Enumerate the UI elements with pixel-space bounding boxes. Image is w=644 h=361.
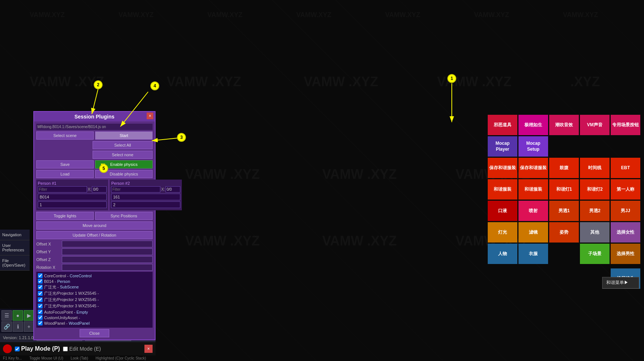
select-all-button[interactable]: Select All	[93, 141, 153, 149]
plugin-checkbox-3[interactable]	[38, 291, 43, 296]
person1-name-input[interactable]	[38, 194, 107, 200]
grid-btn-male-trans1[interactable]: 男透1	[549, 201, 579, 221]
move-around-button[interactable]: Move around	[36, 221, 153, 230]
grid-btn-mocap-setup[interactable]: Mocap Setup	[518, 136, 548, 157]
person1-filter-input[interactable]	[38, 186, 87, 193]
person2-col: Person #2 X:	[110, 180, 181, 210]
person2-filter-input[interactable]	[111, 186, 160, 193]
plugin-checkbox-0[interactable]	[38, 273, 43, 278]
watermark-2: VAMW.XYZ	[119, 11, 154, 19]
grid-btn-select-female[interactable]: 选择女性	[611, 222, 640, 243]
svg-line-3	[152, 138, 181, 141]
plugin-row-1: B014 - Person	[38, 279, 151, 284]
person2-x-input[interactable]	[166, 186, 180, 193]
icon-green[interactable]: ●	[13, 310, 23, 321]
grid-btn-scene-buttons[interactable]: 专用场景按钮	[611, 115, 640, 135]
grid-btn-clothes[interactable]: 衣服	[518, 244, 548, 264]
plugin-checkbox-8[interactable]	[38, 321, 43, 325]
sync-positions-button[interactable]: Sync Positions	[95, 212, 153, 220]
watermark-large-4: VAMW .XYZ	[437, 74, 511, 90]
grid-btn-lighting[interactable]: 灯光	[488, 222, 517, 243]
grid-btn-save-harmony2[interactable]: 保存和谐服装	[518, 158, 548, 178]
edit-mode-checkbox[interactable]	[63, 347, 68, 351]
dialog-close-bottom-button[interactable]: Close	[80, 329, 109, 337]
dialog-body: MRdong.B014.1:/Saves/scene/B014.js on Se…	[34, 121, 155, 340]
play-mode-checkbox[interactable]	[15, 347, 20, 351]
toggle-lights-button[interactable]: Toggle lights	[36, 212, 94, 220]
person1-x-input[interactable]	[92, 186, 107, 193]
person2-filter-row: X:	[111, 186, 180, 193]
grid-btn-timeline[interactable]: 时间线	[580, 158, 610, 178]
grid-btn-harmony-outfit2[interactable]: 和谐服装	[518, 179, 548, 200]
grid-btn-other[interactable]: 其他	[580, 222, 610, 243]
grid-btn-male-trans2[interactable]: 男透2	[580, 201, 610, 221]
watermark-large-12: VAMW .XYZ	[322, 233, 397, 249]
grid-empty-3	[611, 136, 640, 157]
grid-btn-squirt[interactable]: 喷射	[518, 201, 548, 221]
person2-name-input[interactable]	[111, 194, 180, 200]
plugin-checkbox-6[interactable]	[38, 310, 43, 314]
edit-mode-checkbox-label[interactable]: Edit Mode (E)	[63, 346, 101, 352]
person2-num-input[interactable]	[111, 201, 180, 208]
grid-btn-character[interactable]: 人物	[488, 244, 517, 264]
offset-z-input[interactable]	[62, 256, 153, 263]
load-button[interactable]: Load	[36, 170, 94, 178]
grid-btn-realistic[interactable]: 极栩如生	[518, 115, 548, 135]
plugin-label-4: 广泛光/Projector 2 WXZ5545 -	[44, 297, 99, 302]
plugin-checkbox-4[interactable]	[38, 297, 43, 302]
enable-physics-button[interactable]: Enable physics	[95, 160, 153, 168]
grid-btn-male-jj[interactable]: 男JJ	[611, 201, 640, 221]
edit-mode-label: Edit Mode (E)	[69, 346, 101, 352]
save-button[interactable]: Save	[36, 160, 94, 168]
play-mode-checkbox-label[interactable]: Play Mode (P)	[15, 345, 60, 352]
plugin-checkbox-1[interactable]	[38, 279, 43, 284]
grid-btn-ebt[interactable]: EBT	[611, 158, 640, 178]
icon-menu[interactable]: ☰	[1, 310, 12, 321]
grid-btn-harmony-light2[interactable]: 和谐灯2	[580, 179, 610, 200]
grid-btn-select-male[interactable]: 选择男性	[611, 244, 640, 264]
grid-btn-subscene[interactable]: 子场景	[580, 244, 610, 264]
play-stop-button[interactable]	[3, 344, 12, 353]
plugin-label-3: 广泛光/Projector 1 WXZ5545 -	[44, 291, 99, 296]
plugin-row-4: 广泛光/Projector 2 WXZ5545 -	[38, 297, 151, 302]
plugin-checkbox-2[interactable]	[38, 285, 43, 290]
icon-info[interactable]: ℹ	[13, 321, 23, 332]
person1-label: Person #1	[38, 181, 107, 185]
grid-btn-first-person[interactable]: 第一人称	[611, 179, 640, 200]
plugin-row-0: CoreControl - CoreControl	[38, 273, 151, 278]
plugin-checkbox-5[interactable]	[38, 304, 43, 308]
nav-user-preferences[interactable]: User Preferences	[0, 240, 30, 255]
person1-num-input[interactable]	[38, 201, 107, 208]
grid-btn-evil-props[interactable]: 邪恶道具	[488, 115, 517, 135]
rotation-x-input[interactable]	[62, 264, 153, 271]
disable-physics-button[interactable]: Disable physics	[95, 170, 153, 178]
icon-link[interactable]: 🔗	[1, 321, 12, 332]
offset-y-input[interactable]	[62, 248, 153, 255]
close-bar-button[interactable]: ×	[144, 345, 153, 353]
grid-btn-pose[interactable]: 姿势	[549, 222, 579, 243]
start-button[interactable]: Start	[95, 131, 153, 140]
icon-plus[interactable]: +	[24, 321, 34, 332]
update-offset-button[interactable]: Update Offset / Rotation	[36, 231, 153, 239]
select-scene-button[interactable]: Select scene	[36, 131, 94, 140]
grid-btn-filter[interactable]: 滤镜	[518, 222, 548, 243]
grid-btn-harmony-light1[interactable]: 和谐灯1	[549, 179, 579, 200]
offset-x-input[interactable]	[62, 241, 153, 247]
hotkey-bar: F1 Key fo... Toggle Mouse UI (U) Look (T…	[0, 355, 156, 361]
grid-btn-harmony-outfit1[interactable]: 和谐服装	[488, 179, 517, 200]
select-none-button[interactable]: Select none	[93, 151, 153, 159]
plugin-label-6: AutoFocusPoint - Empty	[44, 310, 88, 314]
grid-btn-saliva[interactable]: 口液	[488, 201, 517, 221]
context-menu-item-harmony[interactable]: 和谐菜单▶	[603, 277, 639, 288]
grid-btn-squirt-sound[interactable]: 潮吹音效	[549, 115, 579, 135]
plugin-row-6: AutoFocusPoint - Empty	[38, 310, 151, 314]
icon-green2[interactable]: ▶	[24, 310, 34, 321]
dialog-close-button[interactable]: ×	[147, 113, 153, 119]
grid-btn-save-harmony1[interactable]: 保存和谐服装	[488, 158, 517, 178]
nav-navigation[interactable]: Navigation	[0, 230, 30, 240]
grid-btn-belly[interactable]: 鼓腹	[549, 158, 579, 178]
nav-file[interactable]: File (Open/Save)	[0, 255, 30, 271]
grid-btn-vm-voice[interactable]: VM声音	[580, 115, 610, 135]
plugin-checkbox-7[interactable]	[38, 315, 43, 320]
grid-btn-mocap-player[interactable]: Mocap Player	[488, 136, 517, 157]
